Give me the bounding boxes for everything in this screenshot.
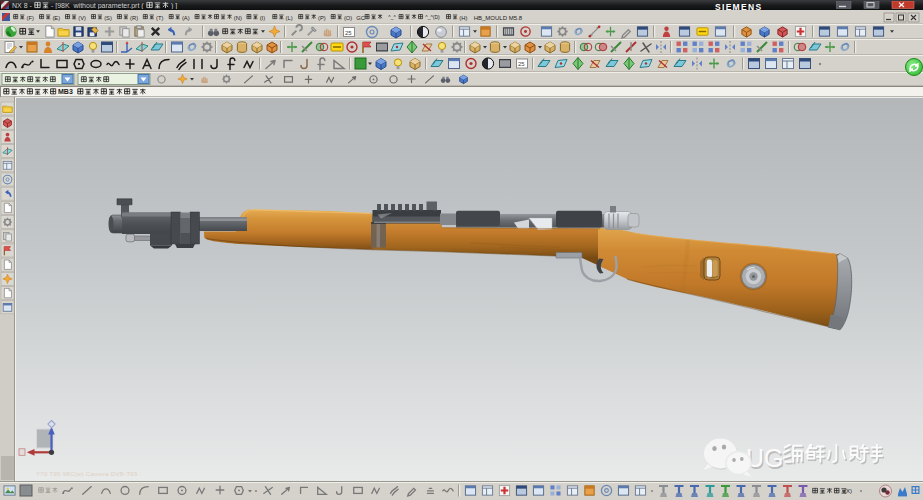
svg-text:(S): (S)	[104, 15, 112, 21]
svg-text:(O): (O)	[344, 15, 352, 21]
svg-text:(T): (T)	[156, 15, 163, 21]
svg-text:(H): (H)	[459, 15, 467, 21]
svg-text:(L): (L)	[286, 15, 293, 21]
svg-text:^_^(D): ^_^(D)	[425, 14, 440, 20]
svg-text:GC: GC	[356, 15, 365, 21]
svg-text:(V): (V)	[78, 15, 86, 21]
svg-text:^_^: ^_^	[388, 14, 396, 20]
svg-text:(P): (P)	[318, 15, 326, 21]
svg-text:HB_MOULD M5.8: HB_MOULD M5.8	[474, 15, 523, 21]
svg-text:(R): (R)	[130, 15, 138, 21]
svg-text:25: 25	[345, 30, 352, 36]
svg-text:- [98K_without parameter.prt (: - [98K_without parameter.prt (	[51, 2, 144, 9]
svg-text:NX 8 -: NX 8 -	[12, 2, 33, 9]
svg-text:(F): (F)	[27, 15, 34, 21]
svg-text:25: 25	[518, 61, 525, 67]
svg-text:MB3: MB3	[58, 88, 73, 95]
svg-text:) ]: ) ]	[171, 2, 177, 9]
svg-text:(N): (N)	[234, 15, 242, 21]
svg-text:(X): (X)	[844, 488, 852, 494]
svg-text:(A): (A)	[182, 15, 190, 21]
svg-text:UG: UG	[746, 444, 784, 472]
svg-text:(E): (E)	[52, 15, 60, 21]
svg-text:(I): (I)	[260, 15, 266, 21]
